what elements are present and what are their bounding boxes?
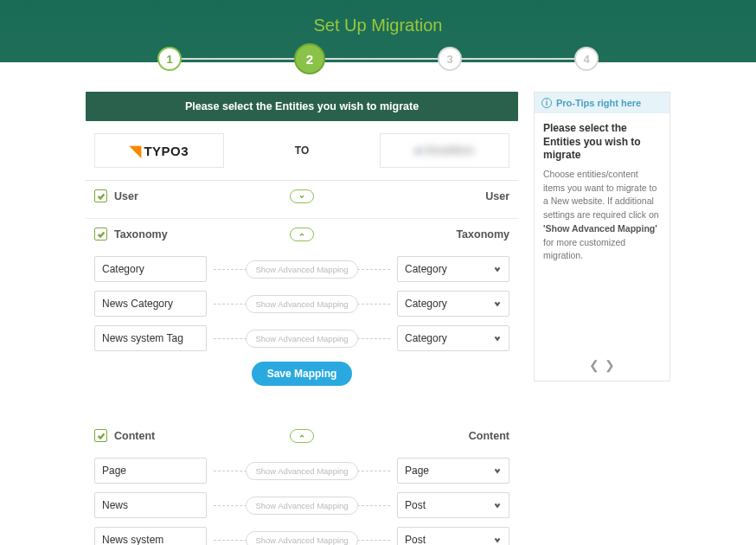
migration-panel: Please select the Entities you wish to m… — [86, 92, 518, 545]
typo3-mark-icon: ◥ — [130, 142, 142, 160]
section-label-user: User — [114, 190, 138, 202]
chevron-down-icon — [493, 265, 502, 273]
content-row-1: News Show Advanced Mapping Post — [94, 492, 509, 518]
src-field[interactable]: News — [94, 492, 207, 518]
dst-select[interactable]: Page — [397, 458, 509, 484]
source-target-row: ◥ TYPO3 TO ● ShowMore — [86, 121, 518, 181]
section-label-taxonomy: Taxonomy — [114, 228, 168, 240]
dst-select[interactable]: Category — [397, 256, 509, 282]
chevron-down-icon — [493, 334, 502, 343]
save-mapping-button[interactable]: Save Mapping — [252, 362, 353, 386]
toggle-content[interactable] — [290, 429, 314, 443]
section-label-content: Content — [114, 430, 155, 442]
dst-select[interactable]: Post — [397, 527, 509, 545]
show-advanced-button[interactable]: Show Advanced Mapping — [246, 330, 357, 348]
src-field[interactable]: News system Tag — [94, 325, 207, 351]
tips-title: Please select the Entities you wish to m… — [543, 122, 661, 163]
taxonomy-row-0: Category Show Advanced Mapping Category — [94, 256, 509, 282]
checkbox-content[interactable] — [94, 429, 107, 442]
source-logo-box: ◥ TYPO3 — [94, 133, 224, 168]
src-field[interactable]: News Category — [94, 291, 207, 317]
target-logo-box: ● ShowMore — [380, 133, 509, 168]
page-title: Set Up Migration — [0, 0, 756, 35]
wizard-stepper: 1 2 3 4 — [0, 43, 756, 74]
panel-heading: Please select the Entities you wish to m… — [86, 92, 518, 121]
step-1[interactable]: 1 — [157, 47, 182, 71]
section-right-taxonomy: Taxonomy — [456, 228, 509, 240]
show-advanced-button[interactable]: Show Advanced Mapping — [246, 462, 357, 480]
tips-next[interactable]: ❯ — [605, 358, 615, 372]
show-advanced-button[interactable]: Show Advanced Mapping — [246, 497, 357, 515]
taxonomy-row-2: News system Tag Show Advanced Mapping Ca… — [94, 325, 509, 351]
taxonomy-row-1: News Category Show Advanced Mapping Cate… — [94, 291, 509, 317]
show-advanced-button[interactable]: Show Advanced Mapping — [246, 531, 357, 546]
tips-body: Choose entities/content items you want t… — [543, 168, 661, 263]
tips-badge: i Pro-Tips right here — [535, 93, 670, 113]
step-3[interactable]: 3 — [438, 47, 462, 71]
content-row-0: Page Show Advanced Mapping Page — [94, 458, 509, 484]
src-field[interactable]: Category — [94, 256, 207, 282]
step-4[interactable]: 4 — [574, 47, 599, 71]
app-header: Set Up Migration 1 2 3 4 — [0, 0, 756, 62]
checkbox-user[interactable] — [94, 189, 107, 202]
info-icon: i — [541, 98, 552, 108]
dst-select[interactable]: Post — [397, 492, 509, 518]
show-advanced-button[interactable]: Show Advanced Mapping — [246, 260, 357, 279]
section-content: Content Content Page Show Advanced Mappi… — [86, 420, 518, 545]
section-user: User User — [86, 181, 518, 218]
chevron-down-icon — [493, 501, 502, 510]
chevron-down-icon — [493, 299, 502, 308]
section-right-user: User — [485, 190, 509, 202]
chevron-down-icon — [493, 535, 502, 544]
source-name: TYPO3 — [144, 144, 189, 158]
to-label: TO — [295, 144, 309, 157]
step-2[interactable]: 2 — [294, 43, 325, 74]
checkbox-taxonomy[interactable] — [94, 228, 107, 240]
content-row-2: News system Show Advanced Mapping Post — [94, 527, 509, 545]
chevron-down-icon — [493, 466, 502, 475]
pro-tips-panel: i Pro-Tips right here Please select the … — [534, 92, 670, 382]
dst-select[interactable]: Category — [397, 325, 509, 351]
target-name: ShowMore — [425, 144, 474, 157]
show-advanced-button[interactable]: Show Advanced Mapping — [246, 295, 357, 313]
tips-prev[interactable]: ❮ — [589, 358, 599, 372]
section-taxonomy: Taxonomy Taxonomy Category Show Advanced… — [86, 219, 518, 398]
src-field[interactable]: Page — [94, 458, 207, 484]
toggle-user[interactable] — [290, 189, 314, 203]
src-field[interactable]: News system — [94, 527, 207, 545]
toggle-taxonomy[interactable] — [290, 228, 314, 241]
dst-select[interactable]: Category — [397, 291, 509, 317]
section-right-content: Content — [469, 430, 509, 442]
